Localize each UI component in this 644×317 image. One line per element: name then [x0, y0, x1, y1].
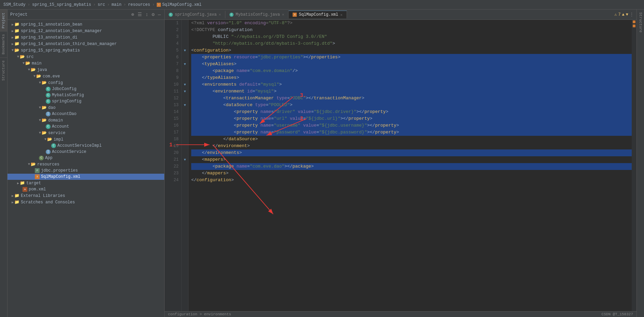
- arrow-down-icon: ▼: [28, 162, 30, 166]
- close-icon[interactable]: ✕: [340, 13, 343, 17]
- code-content[interactable]: <?xml version="1.0" encoding="UTF-8"?> <…: [188, 20, 632, 311]
- tree-springconfig[interactable]: C springConfig: [8, 98, 164, 104]
- bookmarks-tab[interactable]: Bookmarks: [0, 31, 7, 57]
- tree-main[interactable]: ▼ 📂 main: [8, 60, 164, 67]
- line-num-14: 14: [165, 109, 179, 115]
- tree-comeve[interactable]: ▼ 📂 com.eve: [8, 73, 164, 80]
- code-line-3: PUBLIC "-//mybatis.org//DTD Config 3.0//…: [191, 33, 632, 40]
- arrow-down-icon: ▼: [39, 131, 41, 135]
- gutter-11[interactable]: ▼: [182, 88, 188, 95]
- status-csdn: CSDN @T_158327: [602, 312, 633, 316]
- line-num-24: 24: [165, 177, 179, 184]
- folder-open-icon: 📂: [20, 54, 25, 59]
- tree-spring12[interactable]: ▶ 📁 spring_12_annotation_bean_manager: [8, 28, 164, 34]
- line-num-12: 12: [165, 95, 179, 102]
- fold-gutter: ▼ ▼ ▼ ▼ ▼ ▼: [182, 20, 188, 311]
- line-num-1: 1: [165, 20, 179, 27]
- project-tree[interactable]: ▶ 📁 spring_11_annotation_bean ▶ 📁 spring…: [8, 20, 164, 317]
- code-line-9: </typeAliases>: [191, 74, 632, 81]
- arrow-icon: ▶: [12, 200, 14, 204]
- tree-pom[interactable]: m pom.xml: [8, 186, 164, 192]
- tree-label: pom.xml: [29, 187, 46, 192]
- tree-src[interactable]: ▼ 📂 src: [8, 54, 164, 60]
- gutter-19: [182, 143, 188, 149]
- breadcrumb-src[interactable]: src: [98, 2, 105, 7]
- bottom-bar: configuration > environments CSDN @T_158…: [165, 311, 636, 317]
- line-numbers: 1 2 3 4 5 6 7 8 9 10 11 12 13 14 15 16 1…: [165, 20, 182, 311]
- tree-external-libs[interactable]: ▶ 📁 External Libraries: [8, 192, 164, 199]
- tree-impl[interactable]: ▼ 📂 impl: [8, 136, 164, 143]
- tree-domain[interactable]: ▼ 📂 domain: [8, 117, 164, 124]
- sort-icon[interactable]: ↕: [145, 11, 149, 18]
- minimize-icon[interactable]: —: [157, 11, 162, 18]
- nav-up-icon[interactable]: ▲: [622, 12, 625, 17]
- collapse-icon[interactable]: ☰: [137, 11, 143, 18]
- tree-mybatisconfig[interactable]: C MybatisConfig: [8, 92, 164, 98]
- gutter-1: [182, 20, 188, 27]
- arrow-down-icon: ▼: [39, 81, 41, 85]
- tree-dao[interactable]: ▼ 📂 dao: [8, 104, 164, 111]
- settings-icon[interactable]: ⚙: [151, 11, 155, 18]
- tree-label: App: [45, 156, 53, 160]
- tree-spring15[interactable]: ▼ 📂 spring_15_spring_mybatis: [8, 47, 164, 54]
- tree-scratches[interactable]: ▶ 📁 Scratches and Consoles: [8, 199, 164, 205]
- gutter-12: [182, 95, 188, 102]
- tab-springconfig[interactable]: C springConfig.java ✕: [165, 11, 225, 18]
- tree-spring13[interactable]: ▶ 📁 spring_13_annotation_di: [8, 34, 164, 41]
- tree-spring14[interactable]: ▶ 📁 spring_14_annotation_third_bean_mana…: [8, 41, 164, 47]
- tree-resources[interactable]: ▼ 📂 resources: [8, 161, 164, 168]
- gutter-21[interactable]: ▼: [182, 156, 188, 163]
- breadcrumb-main[interactable]: main: [112, 2, 122, 7]
- line-num-13: 13: [165, 102, 179, 109]
- tree-app[interactable]: C App: [8, 155, 164, 161]
- tree-accountdao[interactable]: I AccountDao: [8, 111, 164, 117]
- structure-tab[interactable]: Structure: [637, 10, 644, 35]
- tree-account[interactable]: C Account: [8, 124, 164, 130]
- tree-label: java: [37, 68, 47, 72]
- tree-accountserviceimpl[interactable]: C AccountServiceImpl: [8, 143, 164, 149]
- tree-target[interactable]: ▶ 📁 target: [8, 180, 164, 186]
- folder-open-icon: 📂: [36, 74, 41, 79]
- breadcrumb-resources[interactable]: resources: [128, 2, 150, 7]
- gutter-7[interactable]: ▼: [182, 61, 188, 68]
- right-gutter: [632, 20, 636, 311]
- add-icon[interactable]: ⊕: [130, 11, 135, 18]
- arrow-down-icon: ▼: [44, 138, 46, 141]
- breadcrumb-path: configuration > environments: [168, 312, 231, 316]
- tree-accountservice[interactable]: I AccountService: [8, 149, 164, 155]
- right-tabs: Structure: [636, 10, 644, 317]
- breadcrumb-ssm[interactable]: SSM_Study: [3, 2, 26, 7]
- gutter-17: [182, 129, 188, 136]
- main-area: Project Bookmarks Structure Project ⊕ ☰ …: [0, 10, 644, 317]
- java-icon: C: [169, 13, 173, 17]
- tree-spring11[interactable]: ▶ 📁 spring_11_annotation_bean: [8, 21, 164, 28]
- tab-sqlmapconfig[interactable]: X SqlMapConfig.xml ✕: [289, 11, 347, 18]
- project-tab[interactable]: Project: [0, 10, 7, 31]
- close-icon[interactable]: ✕: [219, 12, 221, 17]
- gutter-13[interactable]: ▼: [182, 102, 188, 109]
- gutter-20: [182, 149, 188, 156]
- tree-sqlmapconfig[interactable]: X SqlMapConfig.xml: [8, 174, 164, 180]
- tree-config[interactable]: ▼ 📂 config: [8, 80, 164, 86]
- tree-label: spring_14_annotation_third_bean_manager: [21, 42, 117, 46]
- tree-java[interactable]: ▼ 📂 java: [8, 67, 164, 73]
- tree-jdbcprops[interactable]: P jdbc.properties: [8, 168, 164, 174]
- nav-down-icon[interactable]: ▼: [626, 12, 628, 17]
- arrow-down-icon: ▼: [17, 55, 19, 59]
- structure-tab-left[interactable]: Structure: [0, 57, 7, 83]
- tab-mybatisconfig[interactable]: C MybatisConfig.java ✕: [225, 11, 289, 18]
- tree-label: src: [26, 55, 34, 59]
- tree-label: AccountService: [52, 149, 86, 154]
- props-icon: P: [35, 168, 40, 173]
- gutter-10[interactable]: ▼: [182, 81, 188, 88]
- more-icon[interactable]: ⋮: [630, 12, 634, 17]
- tree-jdbcconfig[interactable]: C JdbcConfig: [8, 86, 164, 92]
- tree-label: domain: [48, 118, 63, 123]
- tree-label: spring_12_annotation_bean_manager: [21, 29, 102, 33]
- tree-label: Account: [52, 124, 69, 129]
- gutter-5[interactable]: ▼: [182, 47, 188, 54]
- close-icon[interactable]: ✕: [282, 12, 284, 17]
- breadcrumb-spring15[interactable]: spring_15_spring_mybatis: [32, 2, 91, 7]
- tree-service[interactable]: ▼ 📂 service: [8, 130, 164, 136]
- pom-icon: m: [23, 187, 27, 192]
